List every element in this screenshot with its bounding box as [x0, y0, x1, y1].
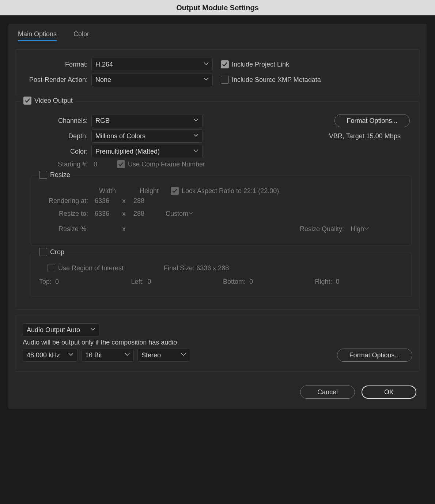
chevron-down-icon — [90, 326, 95, 334]
x-separator: x — [120, 197, 128, 205]
include-xmp-checkbox[interactable] — [221, 76, 229, 84]
x-separator: x — [120, 225, 128, 233]
crop-top-value: 0 — [55, 278, 59, 286]
format-value: H.264 — [95, 61, 113, 68]
resize-preset-value: Custom — [166, 210, 188, 218]
resize-quality-select: High — [347, 222, 405, 236]
chevron-down-icon — [68, 351, 73, 359]
resize-to-label: Resize to: — [37, 210, 91, 218]
resize-checkbox[interactable] — [39, 171, 47, 179]
depth-label: Depth: — [23, 132, 91, 140]
video-format-options-button[interactable]: Format Options... — [334, 114, 410, 127]
audio-format-options-button[interactable]: Format Options... — [337, 349, 412, 362]
include-project-link-label: Include Project Link — [232, 61, 289, 68]
window-title: Output Module Settings — [0, 0, 435, 15]
cancel-button[interactable]: Cancel — [300, 385, 355, 399]
crop-bottom-label: Bottom: — [223, 278, 246, 286]
video-output-section: Video Output Channels: RGB Format Option… — [15, 101, 420, 310]
chevron-down-icon — [125, 351, 130, 359]
chevron-down-icon — [193, 117, 198, 125]
resize-preset-select: Custom — [162, 207, 337, 220]
depth-select[interactable]: Millions of Colors — [91, 129, 203, 143]
lock-aspect-label: Lock Aspect Ratio to 22:1 (22.00) — [182, 187, 279, 195]
resize-section: Resize Width Height Lock Aspect Ratio to… — [31, 176, 412, 245]
main-panel: Main Options Color Format: H.264 Include… — [8, 23, 427, 409]
post-render-label: Post-Render Action: — [23, 76, 91, 84]
crop-bottom-value: 0 — [249, 278, 253, 286]
rendering-at-label: Rendering at: — [37, 197, 91, 205]
resize-width: 6336 — [91, 210, 120, 218]
resize-height: 288 — [128, 210, 157, 218]
audio-section: Audio Output Auto Audio will be output o… — [15, 315, 420, 372]
audio-output-mode-select[interactable]: Audio Output Auto — [23, 323, 99, 336]
video-output-legend: Video Output — [34, 97, 73, 105]
starting-num-label: Starting #: — [23, 161, 91, 168]
audio-rate-value: 48.000 kHz — [27, 351, 60, 359]
crop-legend: Crop — [50, 248, 64, 256]
crop-top-label: Top: — [39, 278, 52, 286]
resize-quality-label: Resize Quality: — [300, 225, 347, 233]
resize-legend: Resize — [50, 171, 70, 179]
starting-num-value: 0 — [91, 161, 117, 168]
crop-right-value: 0 — [336, 278, 340, 286]
tab-color[interactable]: Color — [73, 29, 89, 41]
tabs: Main Options Color — [15, 27, 420, 49]
color-label: Color: — [23, 148, 91, 155]
width-header: Width — [91, 187, 124, 195]
color-value: Premultiplied (Matted) — [95, 148, 160, 155]
format-status: VBR, Target 15.00 Mbps — [317, 132, 412, 140]
resize-pct-label: Resize %: — [37, 225, 91, 233]
audio-note: Audio will be output only if the composi… — [23, 339, 179, 346]
region-of-interest-checkbox — [47, 264, 55, 272]
use-comp-frame-label: Use Comp Frame Number — [128, 161, 205, 168]
audio-output-mode-value: Audio Output Auto — [27, 326, 80, 334]
x-separator: x — [120, 210, 128, 218]
post-render-value: None — [95, 76, 111, 84]
lock-aspect-checkbox — [171, 187, 179, 195]
chevron-down-icon — [188, 210, 193, 218]
ok-button[interactable]: OK — [362, 385, 416, 399]
post-render-select[interactable]: None — [91, 73, 213, 86]
crop-checkbox[interactable] — [39, 248, 47, 256]
color-select[interactable]: Premultiplied (Matted) — [91, 145, 203, 158]
region-of-interest-label: Use Region of Interest — [58, 264, 124, 272]
audio-depth-select[interactable]: 16 Bit — [81, 349, 134, 362]
chevron-down-icon — [193, 132, 198, 140]
chevron-down-icon — [364, 225, 369, 233]
rendering-height: 288 — [128, 197, 157, 205]
chevron-down-icon — [204, 61, 209, 68]
dialog-footer: Cancel OK — [15, 377, 420, 399]
include-project-link-checkbox[interactable] — [221, 60, 229, 68]
crop-left-label: Left: — [131, 278, 144, 286]
height-header: Height — [133, 187, 166, 195]
include-xmp-label: Include Source XMP Metadata — [232, 76, 321, 84]
crop-left-value: 0 — [148, 278, 151, 286]
audio-channels-value: Stereo — [141, 351, 161, 359]
video-output-checkbox[interactable] — [23, 97, 31, 105]
audio-depth-value: 16 Bit — [85, 351, 102, 359]
use-comp-frame-checkbox — [117, 160, 125, 168]
crop-right-label: Right: — [315, 278, 332, 286]
audio-channels-select[interactable]: Stereo — [137, 349, 190, 362]
audio-rate-select[interactable]: 48.000 kHz — [23, 349, 77, 362]
channels-select[interactable]: RGB — [91, 114, 203, 127]
depth-value: Millions of Colors — [95, 132, 145, 140]
resize-quality-value: High — [351, 225, 364, 233]
channels-label: Channels: — [23, 117, 91, 125]
format-section: Format: H.264 Include Project Link Post-… — [15, 49, 420, 96]
crop-section: Crop Use Region of Interest Final Size: … — [31, 253, 412, 297]
chevron-down-icon — [181, 351, 186, 359]
tab-main-options[interactable]: Main Options — [18, 29, 57, 41]
chevron-down-icon — [193, 148, 198, 155]
final-size: Final Size: 6336 x 288 — [164, 264, 229, 272]
channels-value: RGB — [95, 117, 110, 125]
format-select[interactable]: H.264 — [91, 58, 213, 71]
chevron-down-icon — [204, 76, 209, 84]
format-label: Format: — [23, 61, 91, 68]
rendering-width: 6336 — [91, 197, 120, 205]
